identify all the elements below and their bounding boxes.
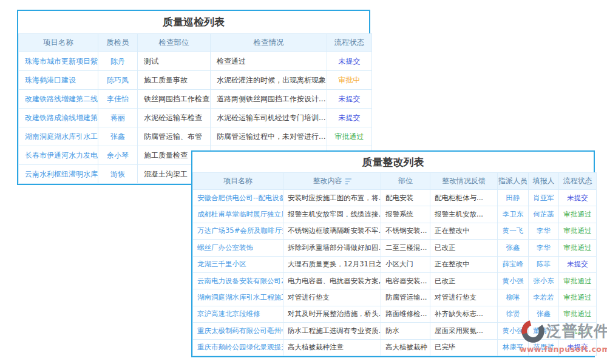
- watermark-brand-text: 泛普软件: [546, 321, 607, 341]
- col-header-part: 检查部位: [138, 34, 211, 52]
- col-header-situation: 检查情况: [211, 34, 327, 52]
- part-cell: 防水: [381, 323, 430, 339]
- feedback-cell: 对管进行垫支: [430, 289, 498, 306]
- workflow-status-badge: 审批通过: [559, 206, 597, 223]
- workflow-status-badge: 审批通过: [559, 240, 597, 256]
- inspector-name-link[interactable]: 游恢: [98, 165, 138, 184]
- project-name-link[interactable]: 湖南洞庭湖水库引水工程施工标: [193, 289, 283, 306]
- inspector-name-link[interactable]: 余小琴: [98, 146, 138, 165]
- inspection-situation-cell: 道路两侧铁丝网围挡工作按设计...: [211, 90, 327, 109]
- table-row: 改建铁路线增建第二线...李佳怡铁丝网围挡工作检查道路两侧铁丝网围挡工作按设计.…: [19, 90, 372, 109]
- inspection-situation-cell: 水泥砼运输车司机经过专门培训...: [211, 109, 327, 127]
- project-name-link[interactable]: 云南电力设备安装有限公司20...: [193, 272, 283, 289]
- rectification-content-cell: 防水工程施工选调有专业资质...: [283, 323, 381, 339]
- assignee-name-link[interactable]: 张鑫: [498, 240, 529, 256]
- inspection-part-cell: 防腐管运输、布管: [138, 127, 211, 146]
- workflow-status-badge: 未提交: [327, 90, 372, 109]
- project-name-link[interactable]: 重庆太极制药有限公司亳州中...: [193, 323, 283, 339]
- project-name-link[interactable]: 长春市伊通河水力发电...: [19, 146, 98, 165]
- feedback-cell: 配电柜柜体与...: [430, 190, 498, 206]
- part-cell: 不锈钢安装...: [381, 223, 430, 239]
- inspector-name-link[interactable]: 张鑫: [98, 127, 138, 146]
- col-header-part: 部位: [381, 173, 430, 190]
- table-row: 珠海鹤港口建设陈巧凤施工质量事故水泥砼灌注的时候，出现离析现象审批中: [19, 71, 372, 90]
- col-header-project: 项目名称: [19, 34, 98, 52]
- watermark: 泛普软件 www.fanpusoft.com: [520, 317, 606, 354]
- part-cell: 高大植被栽种: [381, 339, 430, 356]
- filler-name-link[interactable]: 肖亚军: [529, 190, 559, 206]
- project-name-link[interactable]: 湖南洞庭湖水库引水工...: [19, 127, 98, 146]
- rectification-content-cell: 报警主机安放牢固，线缆连接...: [283, 206, 381, 223]
- rectification-content-cell: 大理石质量更换，12月31日之...: [283, 256, 381, 272]
- feedback-cell: 正在整改中: [430, 223, 498, 239]
- inspection-part-cell: 测试: [138, 52, 211, 71]
- part-cell: 小区大门: [381, 256, 430, 272]
- part-cell: 配电安装: [381, 190, 430, 206]
- table-row: 湖南洞庭湖水库引水工...张鑫防腐管运输、布管防腐管运输过程中，未对管进行...…: [19, 127, 372, 146]
- col-header-content: 整改内容: [283, 173, 381, 190]
- rectification-table-title: 质量整改列表: [192, 152, 594, 172]
- col-header-assignee: 指派人员: [498, 173, 529, 190]
- workflow-status-badge: 审批通过: [327, 127, 372, 146]
- inspector-name-link[interactable]: 陈丹: [98, 52, 138, 71]
- filler-name-link[interactable]: 陈菲: [529, 256, 559, 272]
- col-header-content-label: 整改内容: [313, 177, 342, 185]
- workflow-status-badge: 未提交: [327, 109, 372, 127]
- filler-name-link[interactable]: 张小东: [529, 272, 559, 289]
- assignee-name-link[interactable]: 李卫东: [498, 206, 529, 223]
- inspection-part-cell: 施工质量事故: [138, 71, 211, 90]
- workflow-status-badge: 审批通过: [559, 289, 597, 306]
- rectification-header-row: 项目名称 整改内容 部位 整改情况反馈 指派人员 填报人 流程状态: [193, 173, 597, 190]
- table-row: 云南电力设备安装有限公司20...电力电容器、电抗器安装方案,...电容器安装.…: [193, 272, 597, 289]
- part-cell: 路面维修检...: [381, 306, 430, 322]
- feedback-cell: 已改正: [430, 272, 498, 289]
- feedback-cell: 报警主机安放...: [430, 206, 498, 223]
- part-cell: 报警系统: [381, 206, 430, 223]
- workflow-status-badge: 审批通过: [559, 272, 597, 289]
- inspector-name-link[interactable]: 陈巧凤: [98, 71, 138, 90]
- project-name-link[interactable]: 珠海市城市更新项目紫...: [19, 52, 98, 71]
- filler-name-link[interactable]: 李若若: [529, 289, 559, 306]
- table-row: 成都杜甫草堂临时展厅独立展...报警主机安放牢固，线缆连接...报警系统报警主机…: [193, 206, 597, 223]
- part-cell: 防腐管运输...: [381, 289, 430, 306]
- rectification-content-cell: 拆除到承重墙部分请做好加固...: [283, 240, 381, 256]
- feedback-cell: 正在整改中: [430, 256, 498, 272]
- table-row: 珠海市城市更新项目紫...陈丹测试检查通过未提交: [19, 52, 372, 71]
- fanpu-logo-icon: [520, 317, 546, 344]
- assignee-name-link[interactable]: 柳琳: [498, 289, 529, 306]
- project-name-link[interactable]: 龙湖三千里小区: [193, 256, 283, 272]
- project-name-link[interactable]: 万达广场35#会所及咖啡厅空...: [193, 223, 283, 239]
- inspector-name-link[interactable]: 蒋丽: [98, 109, 138, 127]
- project-name-link[interactable]: 改建铁路成渝线增建第...: [19, 109, 98, 127]
- feedback-cell: 已改正: [430, 240, 498, 256]
- assignee-name-link[interactable]: 薛宝峰: [498, 256, 529, 272]
- filler-name-link[interactable]: 李华: [529, 240, 559, 256]
- project-name-link[interactable]: 珠海鹤港口建设: [19, 71, 98, 90]
- inspector-name-link[interactable]: 李佳怡: [98, 90, 138, 109]
- project-name-link[interactable]: 成都杜甫草堂临时展厅独立展...: [193, 206, 283, 223]
- rectification-content-cell: 高大植被栽种注意: [283, 339, 381, 356]
- project-name-link[interactable]: 安徽合肥供电公司--配电设备...: [193, 190, 283, 206]
- inspection-situation-cell: 检查通过: [211, 52, 327, 71]
- assignee-name-link[interactable]: 黄一飞: [498, 223, 529, 239]
- col-header-feedback: 整改情况反馈: [430, 173, 498, 190]
- feedback-cell: 屋面采用聚氨...: [430, 323, 498, 339]
- inspection-header-row: 项目名称 质检员 检查部位 检查情况 流程状态: [19, 34, 372, 52]
- project-name-link[interactable]: 改建铁路线增建第二线...: [19, 90, 98, 109]
- workflow-status-badge: 未提交: [327, 52, 372, 71]
- sort-icon[interactable]: [345, 177, 351, 186]
- assignee-name-link[interactable]: 田静: [498, 190, 529, 206]
- workflow-status-badge: 审批中: [327, 71, 372, 90]
- project-name-link[interactable]: 云南水利枢纽潜明水库...: [19, 165, 98, 184]
- feedback-cell: 补齐缺失标志...: [430, 306, 498, 322]
- assignee-name-link[interactable]: 黄小强: [498, 272, 529, 289]
- project-name-link[interactable]: 螺丝厂办公室装饰: [193, 240, 283, 256]
- rectification-content-cell: 电力电容器、电抗器安装方案,...: [283, 272, 381, 289]
- table-row: 湖南洞庭湖水库引水工程施工标对管进行垫支防腐管运输...对管进行垫支柳琳李若若审…: [193, 289, 597, 306]
- filler-name-link[interactable]: 李华: [529, 223, 559, 239]
- project-name-link[interactable]: 重庆市鹅岭公园绿化景观提升...: [193, 339, 283, 356]
- project-name-link[interactable]: 京沪高速北京段维修: [193, 306, 283, 322]
- filler-name-link[interactable]: 何芷菡: [529, 206, 559, 223]
- inspection-situation-cell: 防腐管运输过程中，未对管进行...: [211, 127, 327, 146]
- rectification-content-cell: 安装时应按施工图的布置，将...: [283, 190, 381, 206]
